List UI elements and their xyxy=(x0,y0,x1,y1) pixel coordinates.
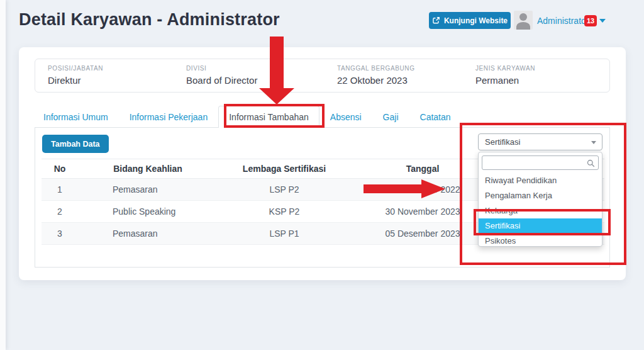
visit-website-button[interactable]: Kunjungi Website xyxy=(429,12,511,29)
summary-value: Direktur xyxy=(48,75,103,86)
option-sertifikasi[interactable]: Sertifikasi xyxy=(479,218,602,234)
cell-lembaga: LSP P2 xyxy=(218,179,351,201)
add-data-button[interactable]: Tambah Data xyxy=(42,135,109,153)
option-pengalaman-kerja[interactable]: Pengalaman Kerja xyxy=(479,188,602,203)
user-avatar[interactable] xyxy=(514,11,533,30)
cell-bidang: Pemasaran xyxy=(78,179,218,201)
dropdown-search-input[interactable] xyxy=(482,155,599,170)
avatar-head-shape xyxy=(519,13,527,21)
search-icon xyxy=(587,159,595,170)
summary-value: Board of Director xyxy=(186,75,257,86)
tab-gaji[interactable]: Gaji xyxy=(372,106,409,128)
tab-informasi-umum[interactable]: Informasi Umum xyxy=(33,106,119,128)
header-no: No xyxy=(42,159,78,179)
summary-field-jenis-karyawan: JENIS KARYAWAN Permanen xyxy=(475,65,535,86)
summary-label: POSISI/JABATAN xyxy=(48,65,103,72)
summary-value: Permanen xyxy=(475,75,535,86)
collapsed-sidebar-edge xyxy=(0,0,6,350)
cell-tanggal: 05 Desember 2023 xyxy=(351,223,494,245)
cell-lembaga: KSP P2 xyxy=(218,201,351,223)
detail-tabs: Informasi Umum Informasi Pekerjaan Infor… xyxy=(33,106,462,128)
category-select[interactable]: Sertifikasi xyxy=(478,133,602,150)
header-tanggal: Tanggal xyxy=(351,159,494,179)
external-link-icon xyxy=(432,16,440,25)
tab-absensi[interactable]: Absensi xyxy=(319,106,372,128)
tab-informasi-pekerjaan[interactable]: Informasi Pekerjaan xyxy=(119,106,219,128)
cell-bidang: Public Speaking xyxy=(78,201,218,223)
cell-no: 2 xyxy=(42,201,78,223)
summary-field-tanggal-bergabung: TANGGAL BERGABUNG 22 Oktober 2023 xyxy=(337,65,415,86)
summary-value: 22 Oktober 2023 xyxy=(337,75,415,86)
cell-no: 3 xyxy=(42,223,78,245)
employee-detail-page: Detail Karyawan - Administrator Kunjungi… xyxy=(0,0,644,350)
summary-label: DIVISI xyxy=(186,65,257,72)
option-keluarga[interactable]: Keluarga xyxy=(479,203,602,218)
cell-tanggal: 30 November 2023 xyxy=(351,201,494,223)
option-riwayat-pendidikan[interactable]: Riwayat Pendidikan xyxy=(479,173,602,188)
tab-catatan[interactable]: Catatan xyxy=(409,106,462,128)
cell-lembaga: LSP P1 xyxy=(218,223,351,245)
cell-tanggal: 12 Desember 2022 xyxy=(351,179,494,201)
cell-no: 1 xyxy=(42,179,78,201)
cell-bidang: Pemasaran xyxy=(78,223,218,245)
summary-field-posisi: POSISI/JABATAN Direktur xyxy=(48,65,103,86)
summary-field-divisi: DIVISI Board of Director xyxy=(186,65,257,86)
chevron-down-icon xyxy=(591,141,596,144)
summary-label: JENIS KARYAWAN xyxy=(475,65,535,72)
category-dropdown-panel: Riwayat Pendidikan Pengalaman Kerja Kelu… xyxy=(478,152,602,247)
dropdown-search xyxy=(482,155,599,170)
employee-summary-strip: POSISI/JABATAN Direktur DIVISI Board of … xyxy=(35,59,610,93)
user-menu-caret-icon[interactable] xyxy=(599,19,606,23)
dropdown-options-list: Riwayat Pendidikan Pengalaman Kerja Kelu… xyxy=(479,173,602,249)
option-psikotes[interactable]: Psikotes xyxy=(479,234,602,249)
avatar-shoulders-shape xyxy=(516,22,530,30)
tab-informasi-tambahan[interactable]: Informasi Tambahan xyxy=(218,106,319,128)
summary-label: TANGGAL BERGABUNG xyxy=(337,65,415,72)
page-title: Detail Karyawan - Administrator xyxy=(19,10,280,30)
header-lembaga-sertifikasi: Lembaga Sertifikasi xyxy=(218,159,351,179)
notification-badge[interactable]: 13 xyxy=(584,15,597,26)
user-menu-name[interactable]: Administrator xyxy=(537,16,589,26)
category-select-value: Sertifikasi xyxy=(485,137,520,147)
visit-website-label: Kunjungi Website xyxy=(444,16,508,25)
header-bidang-keahlian: Bidang Keahlian xyxy=(78,159,218,179)
